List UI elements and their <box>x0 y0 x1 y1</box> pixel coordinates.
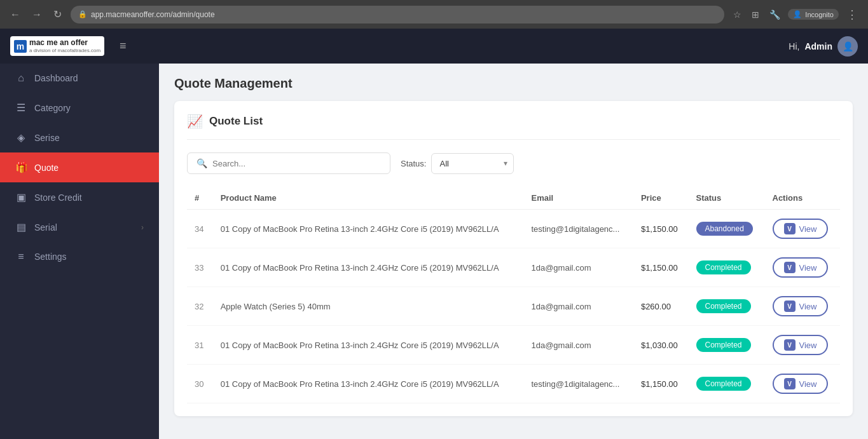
cell-status: Completed <box>689 287 765 326</box>
cell-product: 01 Copy of MacBook Pro Retina 13-inch 2.… <box>213 326 524 365</box>
incognito-label: Incognito <box>805 11 834 18</box>
logo-brand: mac me an offer <box>29 39 100 47</box>
forward-button[interactable]: → <box>29 6 45 23</box>
sidebar-label-category: Category <box>34 103 144 113</box>
table-header-row: # Product Name Email Price Status Action… <box>187 187 840 210</box>
serise-icon: ◈ <box>15 132 27 144</box>
status-badge: Completed <box>696 338 751 352</box>
col-email: Email <box>523 187 633 210</box>
store-credit-icon: ▣ <box>15 191 27 203</box>
browser-actions: ☆ ⊞ 🔧 👤 Incognito ⋮ <box>731 5 860 24</box>
chevron-right-icon: › <box>141 223 144 232</box>
search-icon: 🔍 <box>196 158 207 168</box>
top-nav-right: Hi, Admin 👤 <box>789 36 858 57</box>
col-product: Product Name <box>213 187 524 210</box>
sidebar-label-dashboard: Dashboard <box>34 73 144 83</box>
sidebar-item-quote[interactable]: 🎁 Quote <box>0 152 159 182</box>
address-text: app.macmeanoffer.com/admin/quote <box>91 10 215 19</box>
cell-email: testing@1digitalagenc... <box>523 365 633 403</box>
view-button[interactable]: V View <box>773 374 829 394</box>
extension-button[interactable]: 🔧 <box>767 7 783 22</box>
cell-product: 01 Copy of MacBook Pro Retina 13-inch 2.… <box>213 248 524 287</box>
sidebar-item-serial[interactable]: ▤ Serial › <box>0 212 159 242</box>
sidebar-label-serial: Serial <box>34 222 134 233</box>
main-layout: ⌂ Dashboard ☰ Category ◈ Serise 🎁 Quote … <box>0 64 868 439</box>
cell-num: 32 <box>187 287 213 326</box>
main-card: 📈 Quote List 🔍 Status: All Abandoned Com… <box>174 101 853 416</box>
sidebar-label-store-credit: Store Credit <box>34 192 144 203</box>
table-row: 34 01 Copy of MacBook Pro Retina 13-inch… <box>187 210 840 248</box>
sidebar-item-settings[interactable]: ≡ Settings <box>0 242 159 271</box>
sidebar-item-serise[interactable]: ◈ Serise <box>0 123 159 152</box>
cell-price: $1,150.00 <box>633 248 689 287</box>
col-actions: Actions <box>765 187 841 210</box>
table-row: 33 01 Copy of MacBook Pro Retina 13-inch… <box>187 248 840 287</box>
status-select[interactable]: All Abandoned Completed Pending <box>431 153 514 174</box>
lock-icon: 🔒 <box>78 10 87 18</box>
admin-name: Admin <box>804 41 832 51</box>
address-bar[interactable]: 🔒 app.macmeanoffer.com/admin/quote <box>71 6 724 24</box>
cell-product: 01 Copy of MacBook Pro Retina 13-inch 2.… <box>213 210 524 248</box>
sidebar-item-category[interactable]: ☰ Category <box>0 93 159 123</box>
category-icon: ☰ <box>15 102 27 114</box>
status-badge: Completed <box>696 377 751 391</box>
reload-button[interactable]: ↻ <box>51 6 64 23</box>
quotes-table: # Product Name Email Price Status Action… <box>187 187 840 403</box>
sidebar-label-quote: Quote <box>34 163 144 173</box>
sidebar-item-store-credit[interactable]: ▣ Store Credit <box>0 182 159 212</box>
view-button[interactable]: V View <box>773 257 829 278</box>
content-area: Quote Management 📈 Quote List 🔍 Status: … <box>159 64 868 439</box>
cell-status: Completed <box>689 248 765 287</box>
sidebar-label-serise: Serise <box>34 133 144 143</box>
status-select-wrapper: All Abandoned Completed Pending <box>431 153 514 174</box>
logo-text-area: mac me an offer a division of macofaltra… <box>29 39 100 53</box>
cell-actions: V View <box>765 210 841 248</box>
status-badge: Completed <box>696 260 751 274</box>
star-button[interactable]: ☆ <box>731 7 744 22</box>
cell-actions: V View <box>765 287 841 326</box>
chart-icon: 📈 <box>187 114 203 129</box>
search-box: 🔍 <box>187 152 390 174</box>
avatar[interactable]: 👤 <box>837 36 858 57</box>
view-button[interactable]: V View <box>773 335 829 355</box>
cell-status: Abandoned <box>689 210 765 248</box>
view-icon: V <box>784 301 796 312</box>
view-button[interactable]: V View <box>773 219 829 239</box>
col-price: Price <box>633 187 689 210</box>
cell-email: 1da@gmail.com <box>523 287 633 326</box>
table-row: 32 Apple Watch (Series 5) 40mm 1da@gmail… <box>187 287 840 326</box>
cell-num: 31 <box>187 326 213 365</box>
card-title: Quote List <box>209 115 263 128</box>
home-icon: ⌂ <box>15 72 27 84</box>
col-status: Status <box>689 187 765 210</box>
view-icon: V <box>784 262 796 273</box>
cell-actions: V View <box>765 365 841 403</box>
page-title: Quote Management <box>174 76 853 91</box>
cell-status: Completed <box>689 365 765 403</box>
browser-menu-button[interactable]: ⋮ <box>844 5 860 24</box>
toolbar: 🔍 Status: All Abandoned Completed Pendin… <box>187 152 840 174</box>
cell-price: $1,150.00 <box>633 365 689 403</box>
quote-icon: 🎁 <box>15 161 27 173</box>
cell-email: 1da@gmail.com <box>523 248 633 287</box>
cell-num: 34 <box>187 210 213 248</box>
logo-m: m <box>14 40 27 53</box>
cell-num: 33 <box>187 248 213 287</box>
search-input[interactable] <box>212 159 381 168</box>
view-button[interactable]: V View <box>773 296 829 316</box>
cell-product: 01 Copy of MacBook Pro Retina 13-inch 2.… <box>213 365 524 403</box>
sidebar-item-dashboard[interactable]: ⌂ Dashboard <box>0 64 159 93</box>
logo-box: m mac me an offer a division of macofalt… <box>10 36 104 55</box>
cell-price: $260.00 <box>633 287 689 326</box>
cell-actions: V View <box>765 326 841 365</box>
tab-button[interactable]: ⊞ <box>749 7 762 22</box>
back-button[interactable]: ← <box>8 6 23 23</box>
hamburger-menu[interactable]: ≡ <box>120 39 127 53</box>
logo-sub: a division of macofaltrades.com <box>29 48 100 53</box>
view-icon: V <box>784 378 796 389</box>
view-icon: V <box>784 223 796 234</box>
serial-icon: ▤ <box>15 221 27 233</box>
cell-price: $1,030.00 <box>633 326 689 365</box>
table-row: 30 01 Copy of MacBook Pro Retina 13-inch… <box>187 365 840 403</box>
incognito-avatar: 👤 <box>793 10 802 18</box>
